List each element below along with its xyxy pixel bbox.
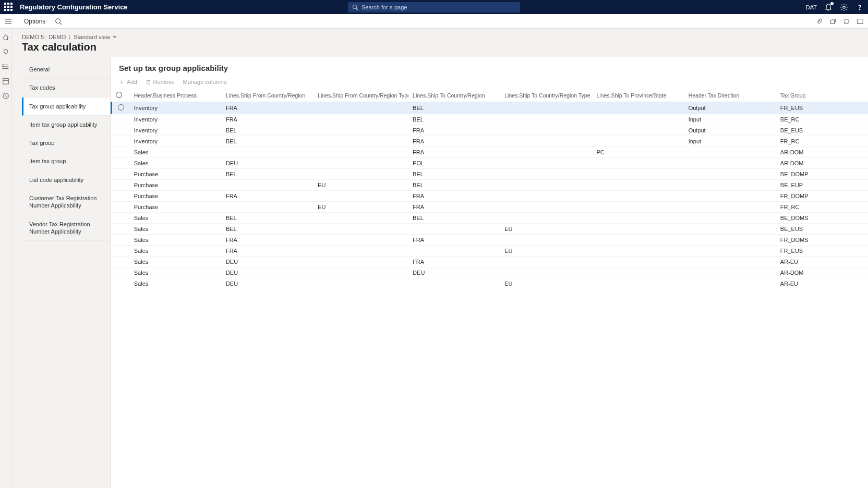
cell[interactable]	[500, 257, 592, 267]
breadcrumb-context[interactable]: DEMO 5 : DEMO	[22, 34, 66, 40]
cell[interactable]	[592, 102, 684, 114]
cell[interactable]	[314, 102, 408, 114]
cell[interactable]: AR-DOM	[776, 147, 868, 158]
cell[interactable]: FRA	[408, 191, 500, 202]
cell[interactable]	[500, 267, 592, 278]
cell[interactable]	[684, 213, 776, 224]
cell[interactable]: BEL	[408, 213, 500, 224]
select-all-radio[interactable]	[116, 92, 122, 98]
view-selector[interactable]: Standard view	[74, 34, 117, 40]
sidenav-item[interactable]: Item tax group	[22, 152, 110, 170]
cell[interactable]: Purchase	[130, 169, 222, 180]
recent-icon[interactable]	[2, 92, 9, 100]
sidenav-item[interactable]: Vendor Tax Registration Number Applicabi…	[22, 215, 110, 241]
cell[interactable]	[314, 158, 408, 169]
cell[interactable]: Sales	[130, 278, 222, 289]
column-header[interactable]: Lines.Ship From Country/Region	[222, 89, 314, 102]
cell[interactable]	[314, 191, 408, 202]
cell[interactable]	[592, 169, 684, 180]
cell[interactable]: FR_EUS	[776, 102, 868, 114]
table-row[interactable]: SalesFRAPCAR-DOM	[112, 147, 869, 158]
cell[interactable]: BE_RC	[776, 114, 868, 125]
cell[interactable]: FR_RC	[776, 202, 868, 213]
page-search-icon[interactable]	[55, 18, 62, 25]
cell[interactable]	[684, 235, 776, 246]
cell[interactable]: Sales	[130, 224, 222, 235]
cell[interactable]	[500, 125, 592, 136]
cell[interactable]: FR_EUS	[776, 246, 868, 257]
cell[interactable]: BE_EUS	[776, 224, 868, 235]
cell[interactable]: FR_RC	[776, 136, 868, 147]
cell[interactable]	[314, 147, 408, 158]
table-row[interactable]: InventoryFRABELOutputFR_EUS	[112, 102, 869, 114]
cell[interactable]: DEU	[408, 267, 500, 278]
cell[interactable]	[592, 224, 684, 235]
cell[interactable]: BEL	[222, 224, 314, 235]
cell[interactable]	[500, 158, 592, 169]
cell[interactable]	[314, 257, 408, 267]
table-row[interactable]: SalesDEUDEUAR-DOM	[112, 267, 869, 278]
cell[interactable]	[314, 278, 408, 289]
notifications-icon[interactable]	[824, 3, 833, 11]
cell[interactable]	[684, 191, 776, 202]
cell[interactable]: POL	[408, 158, 500, 169]
cell[interactable]: FRA	[222, 102, 314, 114]
cell[interactable]: Sales	[130, 235, 222, 246]
cell[interactable]: FRA	[222, 191, 314, 202]
cell[interactable]: BEL	[222, 213, 314, 224]
list-icon[interactable]	[2, 63, 9, 70]
sidenav-item[interactable]: General	[22, 60, 110, 79]
cell[interactable]	[408, 278, 500, 289]
cell[interactable]	[592, 257, 684, 267]
cell[interactable]: AR-DOM	[776, 267, 868, 278]
table-row[interactable]: SalesDEUEUAR-EU	[112, 278, 869, 289]
cell[interactable]	[592, 180, 684, 191]
cell[interactable]: PC	[592, 147, 684, 158]
close-icon[interactable]	[857, 18, 864, 25]
cell[interactable]	[592, 125, 684, 136]
column-header[interactable]: Header.Business Process	[130, 89, 222, 102]
table-row[interactable]: PurchaseBELBELBE_DOMP	[112, 169, 869, 180]
cell[interactable]: FRA	[222, 246, 314, 257]
cell[interactable]	[408, 224, 500, 235]
cell[interactable]	[684, 202, 776, 213]
row-radio[interactable]	[118, 104, 124, 111]
table-row[interactable]: SalesDEUPOLAR-DOM	[112, 158, 869, 169]
sidenav-item[interactable]: Tax group applicability	[22, 97, 110, 116]
cell[interactable]: Inventory	[130, 136, 222, 147]
sidenav-item[interactable]: Tax group	[22, 134, 110, 152]
cell[interactable]: EU	[314, 180, 408, 191]
cell[interactable]	[592, 158, 684, 169]
cell[interactable]	[500, 235, 592, 246]
table-row[interactable]: InventoryBELFRAInputFR_RC	[112, 136, 869, 147]
modules-icon[interactable]	[2, 78, 9, 85]
table-row[interactable]: PurchaseEUFRAFR_RC	[112, 202, 869, 213]
cell[interactable]	[684, 224, 776, 235]
cell[interactable]	[222, 180, 314, 191]
cell[interactable]	[592, 191, 684, 202]
cell[interactable]: Output	[684, 102, 776, 114]
cell[interactable]: FRA	[408, 202, 500, 213]
table-row[interactable]: PurchaseFRAFRAFR_DOMP	[112, 191, 869, 202]
cell[interactable]: Inventory	[130, 102, 222, 114]
cell[interactable]	[314, 246, 408, 257]
cell[interactable]: BEL	[408, 180, 500, 191]
column-header[interactable]: Lines.Ship To Country/Region	[408, 89, 500, 102]
add-button[interactable]: Add	[119, 79, 137, 85]
attach-icon[interactable]	[816, 18, 823, 25]
table-row[interactable]: SalesFRAEUFR_EUS	[112, 246, 869, 257]
cell[interactable]	[500, 202, 592, 213]
cell[interactable]	[314, 114, 408, 125]
cell[interactable]	[592, 213, 684, 224]
cell[interactable]: FRA	[222, 235, 314, 246]
cell[interactable]	[592, 114, 684, 125]
cell[interactable]: BEL	[222, 125, 314, 136]
cell[interactable]: EU	[500, 246, 592, 257]
cell[interactable]	[684, 147, 776, 158]
sidenav-item[interactable]: List code applicability	[22, 171, 110, 189]
table-row[interactable]: SalesBELEUBE_EUS	[112, 224, 869, 235]
cell[interactable]	[592, 278, 684, 289]
cell[interactable]: FRA	[408, 257, 500, 267]
cell[interactable]	[222, 147, 314, 158]
cell[interactable]: Purchase	[130, 180, 222, 191]
